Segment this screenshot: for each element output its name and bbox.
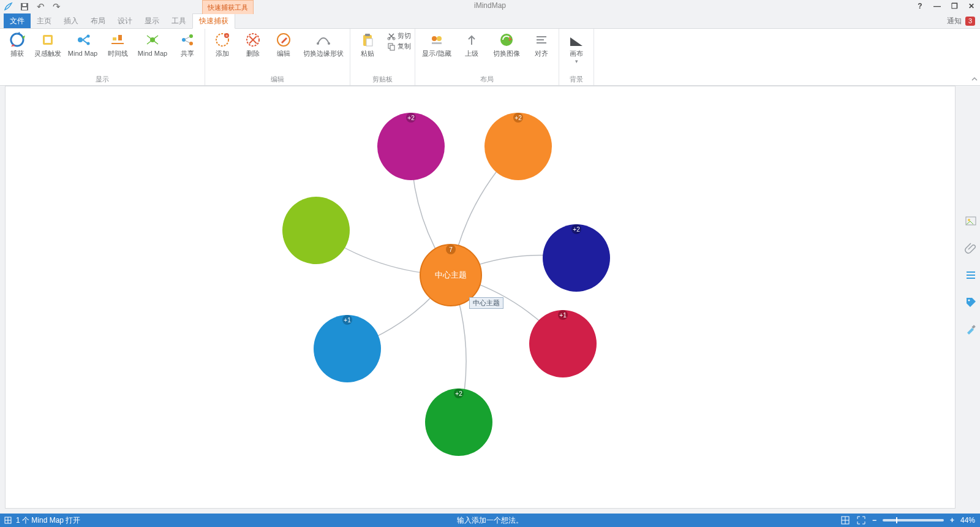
menu-tools[interactable]: 工具 <box>165 13 192 28</box>
ribbon-group-display: 捕获 灵感触发 Mind Map 时间线 Mind Map 共享 <box>0 29 205 85</box>
group-label-clipboard: 剪贴板 <box>372 74 393 84</box>
svg-point-48 <box>377 113 445 180</box>
switch-edge-button[interactable]: 切换边缘形状 <box>301 31 346 57</box>
menu-design[interactable]: 设计 <box>111 13 138 28</box>
svg-text:+: + <box>225 33 228 39</box>
style-panel-icon[interactable] <box>964 322 978 336</box>
zoom-level[interactable]: 44% <box>960 516 975 525</box>
mindmap-button-1[interactable]: Mind Map <box>65 31 100 57</box>
svg-rect-1 <box>22 7 27 10</box>
paste-button[interactable]: 粘贴 <box>354 31 381 57</box>
image-panel-icon[interactable] <box>964 214 978 228</box>
undo-button[interactable]: ↶ <box>36 2 45 12</box>
fullscreen-button[interactable] <box>856 515 866 525</box>
show-hide-button[interactable]: 显示/隐藏 <box>419 31 454 57</box>
svg-line-21 <box>185 37 190 39</box>
redo-button[interactable]: ↷ <box>51 2 61 12</box>
ribbon-group-clipboard: 粘贴 剪切 复制 剪贴板 <box>350 29 415 85</box>
add-icon: + <box>214 31 231 48</box>
center-tooltip: 中心主题 <box>469 297 503 309</box>
copy-button[interactable]: 复制 <box>387 42 411 51</box>
menu-quick-capture[interactable]: 快速捕获 <box>192 13 235 29</box>
svg-point-8 <box>87 35 90 38</box>
switch-image-icon <box>498 31 515 48</box>
svg-rect-2 <box>23 4 26 6</box>
inspire-icon <box>39 31 56 48</box>
contextual-tool-label: 快速捕获工具 <box>202 0 254 14</box>
share-button[interactable]: 共享 <box>174 31 201 57</box>
svg-point-40 <box>437 36 442 41</box>
add-button[interactable]: + 添加 <box>209 31 236 57</box>
capture-button[interactable]: 捕获 <box>4 31 31 57</box>
menu-home[interactable]: 主页 <box>31 13 58 28</box>
right-tool-strip <box>964 214 978 336</box>
menu-layout[interactable]: 布局 <box>85 13 111 28</box>
tag-panel-icon[interactable] <box>964 295 978 309</box>
svg-line-22 <box>185 40 190 43</box>
svg-point-19 <box>189 34 193 38</box>
menu-file[interactable]: 文件 <box>4 13 31 28</box>
edit-icon <box>275 31 292 48</box>
mindmap-button-2[interactable]: Mind Map <box>135 31 170 57</box>
svg-point-54 <box>543 224 610 292</box>
align-icon <box>533 31 550 48</box>
ribbon-collapse-button[interactable] <box>969 29 980 85</box>
svg-text:+1: +1 <box>344 317 351 324</box>
menu-insert[interactable]: 插入 <box>58 13 85 28</box>
svg-point-30 <box>317 42 319 45</box>
attach-panel-icon[interactable] <box>964 241 978 255</box>
menu-display[interactable]: 显示 <box>138 13 165 28</box>
help-button[interactable]: ? <box>915 1 925 11</box>
svg-text:+2: +2 <box>407 115 415 121</box>
canvas-button[interactable]: 画布▾ <box>563 31 590 65</box>
switch-edge-icon <box>315 31 332 48</box>
paste-icon <box>359 31 376 48</box>
svg-text:+2: +2 <box>455 390 462 397</box>
fit-view-button[interactable] <box>840 515 850 525</box>
parent-icon <box>463 31 480 48</box>
show-hide-icon <box>428 31 445 48</box>
switch-image-button[interactable]: 切换图像 <box>489 31 524 57</box>
svg-point-18 <box>182 38 186 42</box>
svg-point-60 <box>425 389 492 456</box>
svg-text:+2: +2 <box>514 115 522 121</box>
parent-button[interactable]: 上级 <box>458 31 485 57</box>
group-label-background: 背景 <box>570 74 583 84</box>
svg-point-72 <box>968 219 970 221</box>
delete-button[interactable]: 删除 <box>239 31 266 57</box>
notify-count-badge[interactable]: 3 <box>965 17 975 26</box>
close-button[interactable]: ✕ <box>967 1 976 11</box>
notify-label[interactable]: 通知 <box>947 16 962 26</box>
canvas[interactable]: +2+2+2+1+2+17中心主题 中心主题 <box>5 86 956 509</box>
maximize-button[interactable]: ❐ <box>949 1 959 11</box>
statusbar-left-text[interactable]: 1 个 Mind Map 打开 <box>16 515 80 526</box>
svg-rect-4 <box>45 37 51 43</box>
share-icon <box>179 31 196 48</box>
list-panel-icon[interactable] <box>964 268 978 282</box>
canvas-icon <box>568 31 585 48</box>
zoom-slider[interactable] <box>883 519 944 521</box>
ribbon-group-background: 画布▾ 背景 <box>559 29 594 85</box>
edit-button[interactable]: 编辑 <box>270 31 297 57</box>
minimize-button[interactable]: — <box>932 1 942 11</box>
timeline-button[interactable]: 时间线 <box>104 31 131 57</box>
mindmap-icon-alt <box>144 31 161 48</box>
statusbar-hint: 输入添加一个想法。 <box>0 515 980 526</box>
save-icon[interactable] <box>20 2 29 12</box>
svg-point-20 <box>189 42 193 45</box>
align-button[interactable]: 对齐 <box>528 31 555 57</box>
group-label-display: 显示 <box>96 74 109 84</box>
svg-point-5 <box>78 37 83 42</box>
svg-point-9 <box>87 42 90 45</box>
group-label-layout: 布局 <box>480 74 494 84</box>
zoom-out-button[interactable]: − <box>872 516 876 525</box>
inspire-button[interactable]: 灵感触发 <box>34 31 61 57</box>
copy-icon <box>387 42 396 51</box>
zoom-in-button[interactable]: + <box>950 516 954 525</box>
ribbon-group-edit: + 添加 删除 编辑 切换边缘形状 编辑 <box>205 29 350 85</box>
cut-button[interactable]: 剪切 <box>387 31 411 40</box>
svg-point-76 <box>968 300 970 301</box>
delete-icon <box>244 31 262 48</box>
status-bar: 1 个 Mind Map 打开 输入添加一个想法。 − + 44% <box>0 514 980 527</box>
svg-text:中心主题: 中心主题 <box>435 270 467 279</box>
